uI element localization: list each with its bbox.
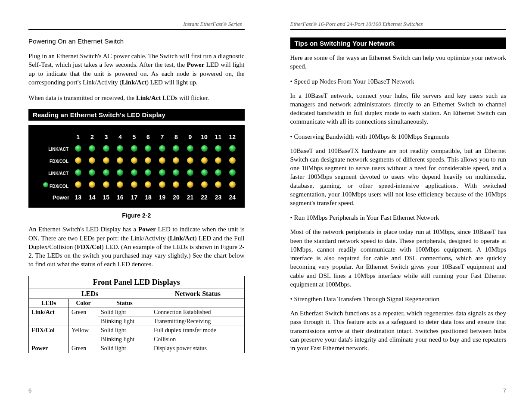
led-yellow-icon bbox=[75, 157, 81, 164]
body-paragraph: When data is transmitted or received, th… bbox=[28, 93, 245, 102]
led-green-icon bbox=[103, 169, 109, 176]
led-yellow-icon bbox=[201, 181, 208, 188]
led-yellow-icon bbox=[229, 181, 236, 188]
bullet-item: • Run 10Mbps Peripherals in Your Fast Et… bbox=[290, 214, 507, 221]
section-bar-led: Reading an Ethernet Switch's LED Display bbox=[28, 109, 245, 121]
led-green-icon bbox=[75, 145, 81, 152]
led-green-icon bbox=[229, 169, 236, 176]
table-row: Blinking lightTransmitting/Receiving bbox=[29, 317, 245, 326]
led-green-icon bbox=[215, 169, 221, 176]
led-green-icon bbox=[173, 145, 179, 152]
led-yellow-icon bbox=[117, 181, 123, 188]
led-yellow-icon bbox=[159, 181, 165, 188]
body-paragraph: Here are some of the ways an Ethernet Sw… bbox=[290, 53, 507, 71]
body-paragraph: 10BaseT and 100BaseTX hardware are not r… bbox=[290, 146, 507, 208]
led-yellow-icon bbox=[187, 181, 193, 188]
section-bar-tips: Tips on Switching Your Network bbox=[290, 37, 507, 49]
led-green-icon bbox=[159, 145, 165, 152]
bullet-item: • Speed up Nodes From Your 10BaseT Netwo… bbox=[290, 78, 507, 85]
led-yellow-icon bbox=[145, 181, 151, 188]
led-green-icon bbox=[145, 169, 151, 176]
body-paragraph: Plug in an Ethernet Switch's AC power ca… bbox=[28, 52, 245, 87]
led-green-icon bbox=[229, 145, 236, 152]
led-green-icon bbox=[75, 169, 81, 176]
led-yellow-icon bbox=[117, 157, 123, 164]
header-rule bbox=[290, 29, 507, 30]
led-green-icon bbox=[201, 145, 208, 152]
led-display-figure: 123456789101112LINK/ACTFDX/COLLINK/ACT F… bbox=[28, 125, 245, 208]
table-row: Blinking lightCollision bbox=[29, 335, 245, 344]
section-subheading: Powering On an Ethernet Switch bbox=[28, 37, 245, 45]
led-green-icon bbox=[187, 145, 193, 152]
led-yellow-icon bbox=[215, 157, 221, 164]
table-row: Link/ActGreenSolid lightConnection Estab… bbox=[29, 308, 245, 317]
header-rule bbox=[28, 29, 245, 30]
led-yellow-icon bbox=[187, 157, 193, 164]
body-paragraph: An Ethernet Switch's LED Display has a P… bbox=[28, 225, 245, 268]
led-yellow-icon bbox=[201, 157, 208, 164]
page-number-left: 6 bbox=[28, 387, 31, 394]
led-yellow-icon bbox=[131, 181, 137, 188]
led-green-icon bbox=[201, 169, 208, 176]
running-header-left: Instant EtherFast® Series bbox=[28, 21, 245, 28]
page-number-right: 7 bbox=[503, 387, 506, 394]
led-green-icon bbox=[187, 169, 193, 176]
led-green-icon bbox=[89, 169, 95, 176]
body-paragraph: Most of the network peripherals in place… bbox=[290, 227, 507, 289]
bullet-item: • Strengthen Data Transfers Through Sign… bbox=[290, 296, 507, 303]
body-paragraph: An Etherfast Switch functions as a repea… bbox=[290, 309, 507, 352]
page-left: Instant EtherFast® Series Powering On an… bbox=[0, 0, 266, 411]
led-green-icon bbox=[215, 145, 221, 152]
led-yellow-icon bbox=[89, 157, 95, 164]
led-yellow-icon bbox=[173, 157, 179, 164]
led-yellow-icon bbox=[159, 157, 165, 164]
bullet-item: • Conserving Bandwidth with 10Mbps & 100… bbox=[290, 133, 507, 140]
table-row: FDX/ColYellowSolid lightFull duplex tran… bbox=[29, 326, 245, 335]
power-led-icon bbox=[43, 182, 48, 187]
body-paragraph: In a 10BaseT network, connect your hubs,… bbox=[290, 91, 507, 126]
led-yellow-icon bbox=[145, 157, 151, 164]
led-yellow-icon bbox=[89, 181, 95, 188]
led-green-icon bbox=[159, 169, 165, 176]
page-right: EtherFast® 16-Port and 24-Port 10/100 Et… bbox=[266, 0, 532, 411]
led-yellow-icon bbox=[103, 157, 109, 164]
led-yellow-icon bbox=[75, 181, 81, 188]
led-green-icon bbox=[117, 169, 123, 176]
led-yellow-icon bbox=[229, 157, 236, 164]
led-green-icon bbox=[103, 145, 109, 152]
table-row: PowerGreenSolid lightDisplays power stat… bbox=[29, 344, 245, 353]
led-green-icon bbox=[131, 145, 137, 152]
led-yellow-icon bbox=[173, 181, 179, 188]
led-green-icon bbox=[173, 169, 179, 176]
led-green-icon bbox=[145, 145, 151, 152]
led-status-table: Front Panel LED Displays LEDs Network St… bbox=[28, 276, 245, 353]
figure-caption: Figure 2-2 bbox=[28, 212, 245, 219]
led-yellow-icon bbox=[215, 181, 221, 188]
led-green-icon bbox=[89, 145, 95, 152]
led-green-icon bbox=[131, 169, 137, 176]
led-yellow-icon bbox=[131, 157, 137, 164]
led-green-icon bbox=[117, 145, 123, 152]
running-header-right: EtherFast® 16-Port and 24-Port 10/100 Et… bbox=[290, 21, 507, 28]
led-yellow-icon bbox=[103, 181, 109, 188]
